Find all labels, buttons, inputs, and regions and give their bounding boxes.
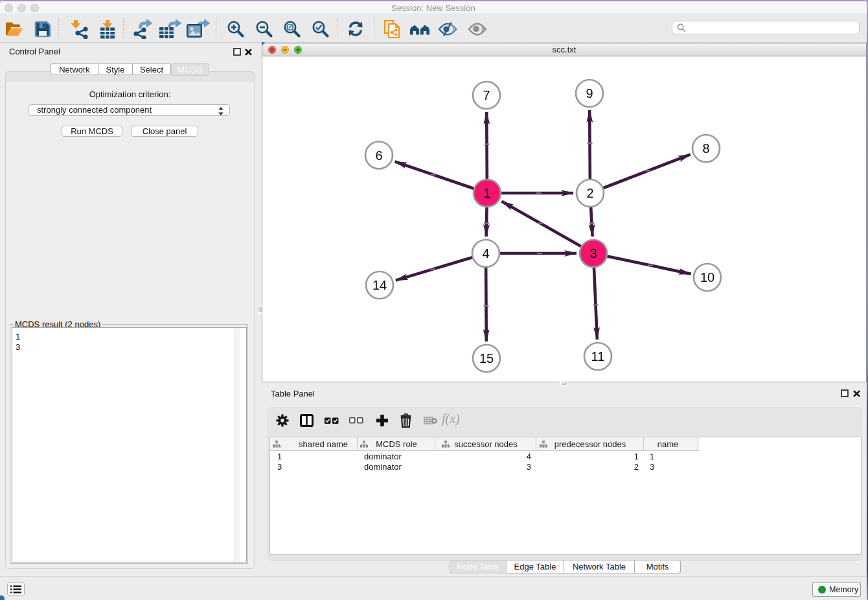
svg-text:7: 7: [483, 88, 490, 102]
svg-text:10: 10: [700, 270, 714, 284]
svg-text:14: 14: [372, 278, 387, 292]
svg-text:2: 2: [586, 186, 593, 200]
svg-text:15: 15: [479, 351, 494, 365]
svg-text:6: 6: [375, 148, 382, 163]
svg-text:11: 11: [591, 349, 605, 363]
svg-text:8: 8: [702, 141, 709, 156]
svg-text:3: 3: [589, 246, 597, 260]
svg-text:4: 4: [482, 246, 489, 260]
svg-text:9: 9: [586, 86, 593, 100]
svg-text:1: 1: [483, 186, 490, 200]
